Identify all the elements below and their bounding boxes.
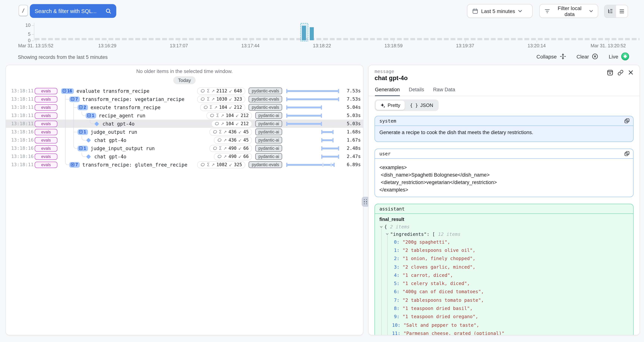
json-toggle-button[interactable]: { } JSON bbox=[406, 100, 438, 110]
x-axis-label: 13:16:29 bbox=[73, 43, 142, 48]
array-value: "1 celery stalk, diced", bbox=[402, 280, 470, 286]
trace-row[interactable]: 13:18:11evals16evaluate transform_recipe… bbox=[6, 87, 363, 95]
span-toggle-badge[interactable]: 2 bbox=[78, 104, 88, 110]
trace-row[interactable]: 13:18:11evals2execute transform_recipeΣ↗… bbox=[6, 103, 363, 112]
view-mode-toggle bbox=[604, 5, 628, 18]
trace-row-node[interactable]: 1judge_output run bbox=[78, 128, 137, 136]
array-index: 11: bbox=[392, 330, 400, 335]
evals-tag-badge[interactable]: evals bbox=[35, 153, 58, 160]
json-root-line[interactable]: {2 items bbox=[380, 223, 629, 230]
search-button[interactable]: Search & filter with SQL... bbox=[30, 4, 116, 18]
collapse-node-icon bbox=[87, 114, 91, 117]
evals-tag-badge[interactable]: evals bbox=[35, 145, 58, 152]
span-gantt-track bbox=[286, 160, 339, 169]
token-coin-icon bbox=[212, 130, 217, 134]
trace-row-meta: ↗104↙212pydantic-ai bbox=[211, 120, 282, 127]
pretty-toggle-button[interactable]: Pretty bbox=[376, 100, 405, 110]
evals-tag-badge[interactable]: evals bbox=[35, 96, 58, 102]
filter-local-data-button[interactable]: Filter local data bbox=[539, 4, 598, 18]
trace-row[interactable]: 13:18:16evals1judge_output runΣ↗436↙45py… bbox=[6, 128, 363, 136]
evals-tag-badge[interactable]: evals bbox=[35, 88, 58, 94]
span-gantt-track bbox=[286, 128, 339, 136]
chevron-down-icon bbox=[518, 10, 522, 12]
trace-row-node[interactable]: 2execute transform_recipe bbox=[78, 103, 161, 112]
tree-view-toggle[interactable] bbox=[604, 5, 616, 18]
evals-tag-badge[interactable]: evals bbox=[35, 137, 58, 143]
x-axis-label: 13:18:22 bbox=[288, 43, 356, 48]
dock-panel-icon[interactable] bbox=[607, 70, 613, 76]
trace-row[interactable]: 13:18:16evalschat gpt-4o↗490↙66pydantic-… bbox=[6, 152, 363, 160]
detail-tabs: Generation Details Raw Data bbox=[368, 87, 640, 96]
span-gantt-track bbox=[286, 120, 339, 128]
trace-row[interactable]: 13:18:16evalschat gpt-4o↗436↙45pydantic-… bbox=[6, 136, 363, 144]
trace-row-meta: Σ↗2112↙648pydantic-evals bbox=[197, 88, 282, 94]
evals-tag-badge[interactable]: evals bbox=[35, 104, 58, 110]
trace-row-timestamp: 13:18:11 bbox=[11, 87, 34, 95]
json-array-item: 3:"2 cloves garlic, minced", bbox=[380, 263, 629, 271]
output-tokens-value: 323 bbox=[234, 96, 242, 102]
evals-tag-badge[interactable]: evals bbox=[35, 162, 58, 168]
tree-guide-line bbox=[74, 112, 74, 120]
chevron-down-icon[interactable] bbox=[385, 232, 389, 236]
output-tokens-icon: ↙ bbox=[229, 88, 232, 93]
trace-row-node[interactable]: chat gpt-4o bbox=[86, 152, 126, 160]
token-coin-icon bbox=[210, 113, 214, 118]
token-coin-icon bbox=[214, 122, 219, 126]
tab-raw-data[interactable]: Raw Data bbox=[433, 87, 455, 96]
close-icon[interactable] bbox=[628, 70, 634, 75]
span-toggle-badge[interactable]: 1 bbox=[78, 146, 88, 151]
trace-row-node[interactable]: 16evaluate transform_recipe bbox=[61, 87, 150, 95]
span-toggle-badge[interactable]: 7 bbox=[69, 96, 80, 102]
output-tokens-icon: ↙ bbox=[238, 154, 242, 159]
json-indent-guide bbox=[381, 226, 382, 335]
badge-count: 1 bbox=[84, 130, 86, 134]
timeline-chart[interactable]: Mar 31. 13:15:5213:16:2913:17:0713:17:44… bbox=[0, 20, 644, 50]
tab-details[interactable]: Details bbox=[409, 87, 424, 96]
evals-tag-badge[interactable]: evals bbox=[35, 129, 58, 135]
trace-row-meta: ↗436↙45pydantic-ai bbox=[214, 137, 282, 143]
copy-icon[interactable] bbox=[624, 151, 630, 156]
trace-row[interactable]: 13:18:16evals1judge_input_output runΣ↗49… bbox=[6, 144, 363, 152]
trace-row[interactable]: 13:18:11evalschat gpt-4o↗104↙212pydantic… bbox=[6, 120, 363, 128]
tab-generation[interactable]: Generation bbox=[375, 87, 400, 96]
time-range-button[interactable]: Last 5 minutes bbox=[467, 4, 532, 18]
trace-row-meta: Σ↗104↙212pydantic-ai bbox=[207, 112, 282, 119]
trace-row-node[interactable]: 1judge_input_output run bbox=[78, 144, 155, 152]
span-toggle-badge[interactable]: 7 bbox=[69, 162, 80, 168]
role-label: assistant bbox=[380, 206, 404, 212]
link-icon[interactable] bbox=[618, 70, 624, 76]
live-toggle[interactable]: Live bbox=[609, 52, 629, 60]
trace-row-node[interactable]: chat gpt-4o bbox=[94, 120, 134, 128]
chevron-down-icon[interactable] bbox=[380, 225, 383, 228]
evals-tag-badge[interactable]: evals bbox=[35, 112, 58, 119]
sdk-tag-badge: pydantic-ai bbox=[256, 137, 282, 144]
user-message-card: user <examples> <dish_name>Spaghetti Bol… bbox=[374, 149, 634, 197]
trace-row-node[interactable]: 7transform_recipe: gluten_free_recipe bbox=[69, 160, 187, 169]
trace-row[interactable]: 13:18:11evals7transform_recipe: vegetari… bbox=[6, 95, 363, 103]
trace-row-node[interactable]: chat gpt-4o bbox=[86, 136, 126, 144]
panel-resize-divider[interactable] bbox=[362, 65, 368, 334]
span-toggle-badge[interactable]: 16 bbox=[61, 88, 74, 94]
span-toggle-badge[interactable]: 1 bbox=[78, 129, 88, 135]
output-tokens-icon: ↙ bbox=[236, 121, 239, 126]
span-toggle-badge[interactable]: 1 bbox=[86, 113, 96, 118]
gantt-end-cap bbox=[332, 138, 334, 142]
json-key-line[interactable]: "ingredients": [12 items bbox=[380, 230, 629, 238]
tree-connector-line bbox=[74, 132, 78, 132]
copy-icon[interactable] bbox=[624, 118, 630, 124]
evals-tag-badge[interactable]: evals bbox=[35, 120, 58, 127]
collapse-node-icon bbox=[62, 89, 66, 93]
filter-icon bbox=[544, 8, 550, 14]
trace-row-node[interactable]: 7transform_recipe: vegetarian_recipe bbox=[69, 95, 184, 103]
list-view-toggle[interactable] bbox=[616, 5, 628, 18]
clear-button[interactable]: Clear bbox=[576, 53, 598, 60]
histogram-bar[interactable] bbox=[310, 27, 314, 40]
sdk-tag-badge: pydantic-evals bbox=[249, 96, 282, 102]
json-array-item: 5:"1 celery stalk, diced", bbox=[380, 279, 629, 288]
trace-row[interactable]: 13:18:11evals7transform_recipe: gluten_f… bbox=[6, 160, 363, 169]
trace-row[interactable]: 13:18:11evals1recipe_agent runΣ↗104↙212p… bbox=[6, 112, 363, 120]
tree-guide-line bbox=[74, 120, 74, 128]
gantt-end-cap bbox=[338, 97, 339, 101]
collapse-button[interactable]: Collapse bbox=[536, 53, 566, 60]
trace-row-node[interactable]: 1recipe_agent run bbox=[86, 112, 145, 120]
